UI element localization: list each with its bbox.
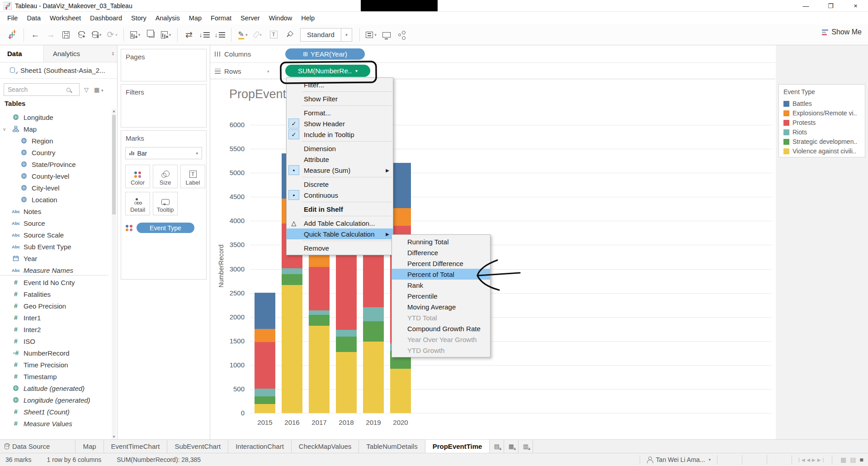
tab-analytics[interactable]: Analytics [43, 45, 109, 62]
bar-segment-riots[interactable] [282, 268, 302, 274]
menu-item-continuous[interactable]: ●Continuous [287, 190, 393, 200]
columns-shelf[interactable]: Columns ⊞ YEAR(Year) [210, 45, 775, 63]
menu-map[interactable]: Map [184, 12, 206, 24]
tab-data[interactable]: Data [0, 45, 43, 62]
show-me-button[interactable]: Show Me [822, 28, 862, 36]
size-button[interactable]: Size [153, 165, 178, 188]
tab-eventtimechart[interactable]: EventTimeChart [104, 440, 168, 453]
field-iso[interactable]: #ISO [0, 335, 112, 347]
previous-sheet-icon[interactable]: ◀ [807, 457, 812, 462]
legend-item-riots[interactable]: Riots [783, 128, 807, 137]
bar-segment-explosions-remote-violence[interactable] [255, 329, 275, 342]
bar-segment-violence-against-civilians[interactable] [255, 404, 275, 413]
menu-item-attribute[interactable]: Attribute [287, 154, 393, 165]
field-measure-values[interactable]: #Measure Values [0, 418, 112, 429]
field-sub-event-type[interactable]: AbcSub Event Type [0, 241, 112, 252]
restore-button[interactable]: ❐ [818, 0, 843, 12]
rows-shelf[interactable]: Rows ▾ SUM(NumberRe.. ▾ [210, 63, 775, 79]
field-time-precision[interactable]: #Time Precision [0, 359, 112, 371]
menu-server[interactable]: Server [236, 12, 264, 24]
bar-segment-strategic-developments[interactable] [363, 321, 384, 342]
pane-control-icon[interactable]: ▲▼ [109, 45, 117, 62]
filter-fields-icon[interactable]: ▽ [84, 86, 89, 93]
show-hide-cards-button[interactable]: ▾ [364, 27, 378, 43]
menu-item-dimension[interactable]: Dimension [287, 143, 393, 154]
group-members-button[interactable]: ▾ [251, 27, 265, 43]
mark-type-dropdown[interactable]: Bar ▾ [125, 147, 202, 159]
year-pill[interactable]: ⊞ YEAR(Year) [285, 48, 365, 60]
bar-segment-strategic-developments[interactable] [282, 274, 302, 285]
data-source-connection[interactable]: ✓ Sheet1 (Southeast-Asia_2... [0, 62, 117, 79]
expander-chevron-icon[interactable]: ∨ [3, 127, 6, 132]
swap-rows-columns-button[interactable]: ⇄ [182, 27, 196, 43]
field-timestamp[interactable]: #Timestamp [0, 371, 112, 382]
undo-button[interactable]: ← [28, 27, 42, 43]
new-worksheet-tab-button[interactable]: ▤+ [490, 440, 504, 453]
field-event-id-no-cnty[interactable]: #Event Id No Cnty [0, 276, 112, 288]
field-region[interactable]: Region [0, 135, 112, 147]
menu-item-filter[interactable]: Filter... [287, 79, 393, 90]
color-button[interactable]: Color [125, 165, 150, 188]
new-data-source-button[interactable]: + [75, 27, 88, 43]
event-type-pill[interactable]: Event Type [137, 223, 194, 233]
submenu-item-running-total[interactable]: Running Total [392, 236, 490, 247]
field-longitude-generated[interactable]: Longitude (generated) [0, 394, 112, 406]
signed-in-user[interactable]: Tan Wei Li Ama... [656, 456, 705, 463]
field-longitude[interactable]: Longitude [0, 111, 112, 123]
legend-item-strategic-developmen[interactable]: Strategic developmen.. [783, 137, 857, 146]
user-menu-caret-icon[interactable]: ▾ [709, 457, 711, 462]
field-geo-precision[interactable]: #Geo Precision [0, 300, 112, 312]
menu-item-include-in-tooltip[interactable]: ✓Include in Tooltip [287, 129, 393, 140]
bar-segment-protests[interactable] [309, 267, 330, 310]
fit-dropdown[interactable]: Standard▾ [300, 28, 352, 42]
tab-tablenumdetails[interactable]: TableNumDetails [359, 440, 425, 453]
color-legend-card[interactable]: Event Type BattlesExplosions/Remote vi..… [778, 84, 865, 157]
field-source[interactable]: AbcSource [0, 217, 112, 229]
menu-window[interactable]: Window [264, 12, 297, 24]
menu-item-discrete[interactable]: Discrete [287, 179, 393, 190]
submenu-item-difference[interactable]: Difference [392, 247, 490, 258]
bar-segment-battles[interactable] [255, 293, 275, 329]
field-notes[interactable]: AbcNotes [0, 205, 112, 217]
share-workbook-button[interactable] [395, 27, 409, 43]
show-filmstrip-icon[interactable]: ▤ [850, 456, 856, 463]
submenu-item-percent-of-total[interactable]: Percent of Total [392, 269, 490, 280]
legend-item-violence-against-civili[interactable]: Violence against civili.. [783, 147, 856, 156]
sort-ascending-button[interactable]: ↓ [198, 27, 211, 43]
pages-shelf[interactable]: Pages [121, 49, 207, 81]
tab-subeventchart[interactable]: SubEventChart [167, 440, 228, 453]
menu-item-show-header[interactable]: ✓Show Header [287, 118, 393, 129]
show-mark-labels-button[interactable]: T [267, 27, 280, 43]
submenu-item-percent-difference[interactable]: Percent Difference [392, 258, 490, 269]
submenu-item-compound-growth-rate[interactable]: Compound Growth Rate [392, 323, 490, 334]
scrollbar-thumb[interactable] [112, 115, 116, 214]
chevron-down-icon[interactable]: ▾ [267, 69, 269, 74]
submenu-item-rank[interactable]: Rank [392, 280, 490, 290]
menu-item-measure-sum[interactable]: ●Measure (Sum)▶ [287, 165, 393, 176]
scroll-down-icon[interactable]: ▼ [112, 435, 116, 439]
new-story-tab-button[interactable]: ▥+ [519, 440, 533, 453]
field-source-scale[interactable]: AbcSource Scale [0, 229, 112, 241]
bar-segment-explosions-remote-violence[interactable] [309, 254, 330, 267]
field-list-scrollbar[interactable]: ▲ ▼ [112, 109, 116, 439]
field-county-level[interactable]: County-level [0, 170, 112, 182]
menu-data[interactable]: Data [22, 12, 45, 24]
duplicate-sheet-button[interactable] [144, 27, 157, 43]
menu-worksheet[interactable]: Worksheet [45, 12, 85, 24]
bar-segment-riots[interactable] [309, 310, 330, 315]
show-tabs-icon[interactable]: ■ [860, 456, 863, 463]
menu-item-format[interactable]: Format... [287, 107, 393, 118]
bar-segment-violence-against-civilians[interactable] [336, 352, 357, 413]
field-numberrecord[interactable]: =#NumberRecord [0, 347, 112, 359]
run-auto-updates-button[interactable]: ⟳▾ [105, 27, 119, 43]
highlight-button[interactable]: ✎▾ [236, 27, 250, 43]
field-latitude-generated[interactable]: Latitude (generated) [0, 382, 112, 394]
expand-hierarchy-icon[interactable]: ⊞ [303, 51, 308, 57]
field-year[interactable]: Year [0, 252, 112, 264]
bar-segment-strategic-developments[interactable] [309, 315, 330, 326]
menu-item-remove[interactable]: Remove [287, 243, 393, 253]
tableau-logo-button[interactable] [5, 27, 19, 43]
filters-shelf[interactable]: Filters [121, 84, 207, 128]
legend-item-explosions-remote-vi[interactable]: Explosions/Remote vi.. [783, 109, 857, 118]
bar-segment-strategic-developments[interactable] [336, 337, 357, 352]
